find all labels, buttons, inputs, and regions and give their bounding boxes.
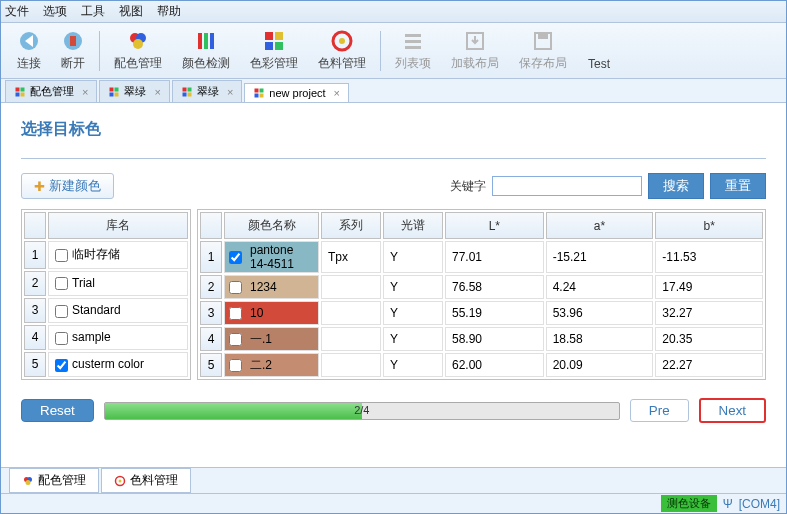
device-status: 测色设备	[661, 495, 717, 512]
svg-rect-32	[187, 92, 191, 96]
color-checkbox[interactable]	[229, 251, 242, 264]
svg-point-14	[339, 38, 345, 44]
close-icon[interactable]: ×	[154, 86, 160, 98]
color-row[interactable]: 1pantone 14-4511TpxY77.01-15.21-11.53	[200, 241, 763, 273]
color-row[interactable]: 5二.2Y62.0020.0922.27	[200, 353, 763, 377]
col-series: 系列	[321, 212, 381, 239]
lib-checkbox[interactable]	[55, 249, 68, 262]
save-layout-button[interactable]: 保存布局	[509, 27, 577, 74]
disconnect-button[interactable]: 断开	[51, 27, 95, 74]
col-b: b*	[655, 212, 763, 239]
svg-rect-25	[110, 87, 114, 91]
lib-row[interactable]: 3Standard	[24, 298, 188, 323]
close-icon[interactable]: ×	[334, 87, 340, 99]
bottom-tab-color[interactable]: 配色管理	[9, 468, 99, 493]
color-checkbox[interactable]	[229, 333, 242, 346]
material-mgmt-button[interactable]: 色料管理	[308, 27, 376, 74]
color-checkbox[interactable]	[229, 359, 242, 372]
usb-icon: Ψ	[723, 497, 733, 511]
lib-row[interactable]: 2Trial	[24, 271, 188, 296]
svg-point-41	[119, 479, 122, 482]
svg-rect-7	[204, 33, 208, 49]
svg-rect-29	[182, 87, 186, 91]
tab-bar: 配色管理×翠绿×翠绿×new project×	[1, 79, 786, 103]
next-button[interactable]: Next	[699, 398, 766, 423]
pre-button[interactable]: Pre	[630, 399, 689, 422]
menu-view[interactable]: 视图	[119, 3, 143, 20]
connect-icon	[17, 29, 41, 53]
tab-0[interactable]: 配色管理×	[5, 80, 97, 102]
color-row[interactable]: 310Y55.1953.9632.27	[200, 301, 763, 325]
tab-2[interactable]: 翠绿×	[172, 80, 242, 102]
palette-icon	[126, 29, 150, 53]
close-icon[interactable]: ×	[82, 86, 88, 98]
color-admin-button[interactable]: 色彩管理	[240, 27, 308, 74]
tab-3[interactable]: new project×	[244, 83, 349, 102]
svg-rect-6	[198, 33, 202, 49]
svg-rect-33	[255, 89, 259, 93]
tab-1[interactable]: 翠绿×	[99, 80, 169, 102]
lib-checkbox[interactable]	[55, 332, 68, 345]
lib-checkbox[interactable]	[55, 359, 68, 372]
lib-row[interactable]: 5custerm color	[24, 352, 188, 377]
color-table: 颜色名称 系列 光谱 L* a* b* 1pantone 14-4511TpxY…	[197, 209, 766, 380]
new-color-button[interactable]: ✚新建颜色	[21, 173, 114, 199]
list-icon	[401, 29, 425, 53]
svg-rect-17	[405, 46, 421, 49]
color-mgmt-button[interactable]: 配色管理	[104, 27, 172, 74]
color-checkbox[interactable]	[229, 281, 242, 294]
plus-icon: ✚	[34, 179, 45, 194]
svg-rect-30	[187, 87, 191, 91]
keyword-label: 关键字	[450, 178, 486, 195]
svg-rect-11	[265, 42, 273, 50]
load-layout-button[interactable]: 加载布局	[441, 27, 509, 74]
search-button[interactable]: 搜索	[648, 173, 704, 199]
color-detect-button[interactable]: 颜色检测	[172, 27, 240, 74]
color-checkbox[interactable]	[229, 307, 242, 320]
svg-rect-28	[115, 92, 119, 96]
lib-row[interactable]: 1临时存储	[24, 241, 188, 269]
save-icon	[531, 29, 555, 53]
svg-rect-8	[210, 33, 214, 49]
tab-icon	[253, 87, 265, 99]
detect-icon	[194, 29, 218, 53]
lib-row[interactable]: 4sample	[24, 325, 188, 350]
menu-file[interactable]: 文件	[5, 3, 29, 20]
tab-icon	[14, 86, 26, 98]
page-title: 选择目标色	[21, 119, 766, 140]
col-name: 颜色名称	[224, 212, 319, 239]
grid-icon	[262, 29, 286, 53]
bottom-tab-material[interactable]: 色料管理	[101, 468, 191, 493]
svg-rect-35	[255, 94, 259, 98]
reset-filter-button[interactable]: 重置	[710, 173, 766, 199]
menu-options[interactable]: 选项	[43, 3, 67, 20]
material-icon	[114, 475, 126, 487]
load-icon	[463, 29, 487, 53]
close-icon[interactable]: ×	[227, 86, 233, 98]
color-row[interactable]: 21234Y76.584.2417.49	[200, 275, 763, 299]
lib-checkbox[interactable]	[55, 305, 68, 318]
svg-rect-12	[275, 42, 283, 50]
col-spectrum: 光谱	[383, 212, 443, 239]
lib-checkbox[interactable]	[55, 277, 68, 290]
connect-button[interactable]: 连接	[7, 27, 51, 74]
reset-button[interactable]: Reset	[21, 399, 94, 422]
svg-rect-10	[275, 32, 283, 40]
progress-bar: 2/4	[104, 402, 620, 420]
svg-rect-31	[182, 92, 186, 96]
menu-help[interactable]: 帮助	[157, 3, 181, 20]
svg-rect-26	[115, 87, 119, 91]
svg-rect-24	[21, 92, 25, 96]
bottom-tab-bar: 配色管理 色料管理	[1, 467, 786, 493]
toolbar: 连接 断开 配色管理 颜色检测 色彩管理 色料管理 列表项 加载布局 保存布局 …	[1, 23, 786, 79]
menu-bar: 文件 选项 工具 视图 帮助	[1, 1, 786, 23]
status-bar: 测色设备 Ψ [COM4]	[1, 493, 786, 513]
color-row[interactable]: 4一.1Y58.9018.5820.35	[200, 327, 763, 351]
list-button[interactable]: 列表项	[385, 27, 441, 74]
material-icon	[330, 29, 354, 53]
svg-rect-9	[265, 32, 273, 40]
keyword-input[interactable]	[492, 176, 642, 196]
svg-point-39	[26, 480, 31, 485]
menu-tools[interactable]: 工具	[81, 3, 105, 20]
test-button[interactable]: Test	[577, 29, 621, 73]
